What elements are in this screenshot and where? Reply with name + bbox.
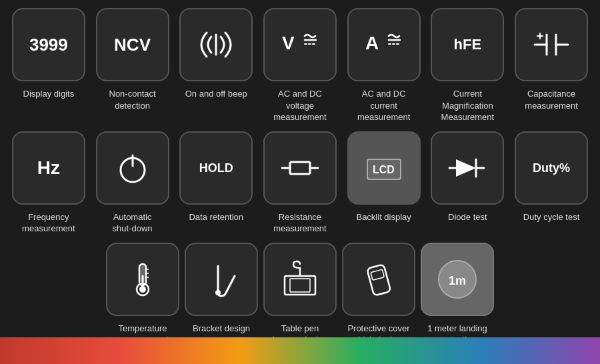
label-current: AC and DCcurrentmeasurement [357,88,410,123]
svg-rect-33 [290,279,310,292]
label-backlit: Backlit display [356,211,411,223]
label-frequency: Frequencymeasurement [22,211,75,235]
feature-beep: On and off beep [177,5,255,126]
icon-data-retention: HOLD [179,131,253,205]
feature-backlit: LCD Backlit display [345,129,423,237]
bracket-icon [198,256,245,303]
feature-current: A AC and DCcurrentmeasurement [345,5,423,126]
bottom-color-strip [0,337,600,364]
lcd-icon: LCD [361,145,407,191]
feature-non-contact: NCV Non-contactdetection [93,5,172,126]
voltage-icon: V [277,21,323,68]
label-duty-cycle: Duty cycle test [523,211,580,223]
icon-temperature [106,243,179,316]
resistor-icon [277,145,323,191]
feature-display-digits: 3999 Display digits [9,5,88,126]
icon-current: A [347,8,421,81]
svg-text:LCD: LCD [373,164,395,175]
feature-temperature: Temperaturemeasurement [103,240,182,349]
hanger-icon [277,256,323,303]
feature-data-retention: HOLD Data retention [177,129,255,237]
icon-hanger [263,243,337,316]
icon-beep [179,8,253,81]
feature-diode: Diode test [428,129,507,237]
feature-frequency: Hz Frequencymeasurement [9,129,88,237]
svg-point-27 [139,286,146,293]
icon-duty-cycle: Duty% [515,131,588,205]
feature-resistance: Resistancemeasurement [261,129,339,237]
feature-voltage: V AC and DCvoltagemeasurement [261,5,339,126]
label-capacitance: Capacitancemeasurement [525,88,577,111]
svg-rect-35 [367,264,391,295]
diode-icon [444,145,491,191]
features-row3: Temperaturemeasurement Bracket design [0,237,600,349]
main-container: 3999 Display digits NCV Non-contactdetec… [0,0,600,364]
label-non-contact: Non-contactdetection [109,88,156,111]
icon-diode [431,131,504,205]
icon-backlit: LCD [347,131,421,205]
icon-capacitance [515,8,588,81]
label-display-digits: Display digits [23,88,75,100]
feature-meter: 1m 1 meter landingprotection [418,240,497,349]
cover-icon [355,256,402,303]
label-data-retention: Data retention [189,211,243,223]
features-row2: Hz Frequencymeasurement Automaticshut-do… [0,126,600,237]
meter-icon: 1m [434,256,481,303]
feature-hfe: hFE Current MagnificationMeasurement [428,5,507,126]
icon-display-digits: 3999 [12,8,85,81]
label-voltage: AC and DCvoltagemeasurement [273,88,326,123]
icon-non-contact: NCV [96,8,169,81]
beep-icon [193,21,239,68]
icon-frequency: Hz [12,131,85,205]
svg-rect-36 [371,269,384,280]
power-icon [109,145,156,191]
icon-cover [342,243,415,316]
label-auto-shutdown: Automaticshut-down [113,211,153,235]
svg-marker-19 [456,159,476,177]
feature-bracket: Bracket design [182,240,261,349]
thermometer-icon [119,256,166,303]
svg-text:V: V [282,33,295,53]
icon-bracket [185,243,258,316]
svg-text:A: A [365,33,379,53]
capacitance-icon [528,21,575,68]
icon-hfe: hFE [431,8,504,81]
icon-auto-shutdown [96,131,169,205]
label-bracket: Bracket design [193,323,250,335]
svg-text:1m: 1m [449,274,466,287]
label-hfe: Current MagnificationMeasurement [429,88,505,123]
feature-hanger: Table penhanger design [261,240,339,349]
icon-meter: 1m [421,243,494,316]
feature-capacitance: Capacitancemeasurement [512,5,591,126]
svg-rect-15 [290,162,310,174]
features-grid: 3999 Display digits NCV Non-contactdetec… [0,0,600,126]
label-beep: On and off beep [185,88,247,100]
icon-resistance [263,131,337,205]
icon-voltage: V [263,8,337,81]
label-diode: Diode test [448,211,487,223]
feature-cover: Protective coverthick design [339,240,418,349]
svg-point-31 [215,290,221,295]
feature-duty-cycle: Duty% Duty cycle test [512,129,591,237]
label-resistance: Resistancemeasurement [273,211,326,235]
feature-auto-shutdown: Automaticshut-down [93,129,172,237]
current-icon: A [361,21,407,68]
